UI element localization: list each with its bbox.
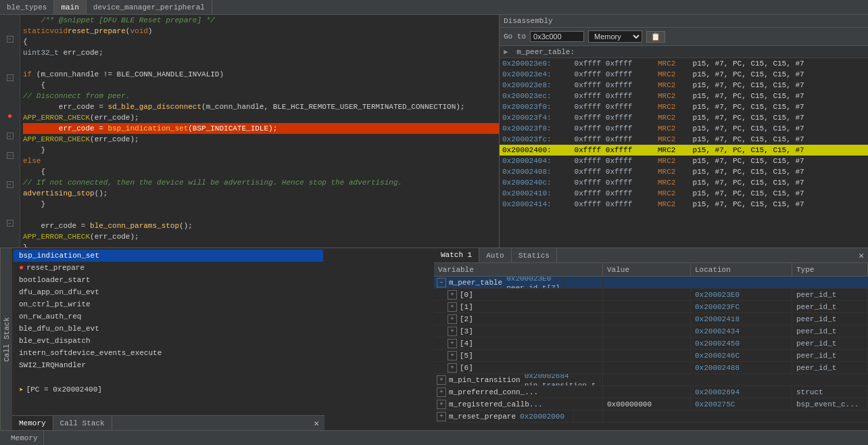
- vars-row[interactable]: −m_peer_table 0x200023E0peer_id_t[7]: [434, 277, 868, 289]
- gutter-fold[interactable]: −: [0, 218, 20, 228]
- expand-btn[interactable]: +: [448, 290, 457, 300]
- disasm-row[interactable]: 0x20002408: 0xffff 0xffff MRC2 p15, #7, …: [500, 166, 868, 177]
- vars-row[interactable]: +[6]0x20002488peer_id_t: [434, 362, 868, 374]
- callstack-item[interactable]: bootloader_start: [14, 274, 323, 286]
- var-name: +[1]: [434, 301, 603, 312]
- gutter-fold[interactable]: −: [0, 131, 20, 141]
- callstack-item[interactable]: bsp_indication_set: [14, 250, 323, 262]
- disasm-inst: MRC2: [658, 135, 688, 143]
- disassembly-toolbar: Go to Memory 📋: [500, 28, 868, 46]
- tab-callstack[interactable]: Call Stack: [53, 416, 112, 430]
- expand-btn[interactable]: +: [437, 412, 446, 421]
- tab-main[interactable]: main: [54, 0, 86, 14]
- disasm-bytes: 0xffff 0xffff: [570, 168, 658, 176]
- callstack-item[interactable]: intern_softdevice_events_execute: [14, 347, 323, 359]
- callstack-item[interactable]: ble_dfu_on_ble_evt: [14, 323, 323, 335]
- tab-watch1[interactable]: Watch 1: [434, 248, 479, 262]
- expand-btn[interactable]: +: [448, 351, 457, 360]
- callstack-item[interactable]: on_ctrl_pt_write: [14, 298, 323, 310]
- vars-row[interactable]: +[1]0x200023FCpeer_id_t: [434, 301, 868, 313]
- disasm-bytes: 0xffff 0xffff: [570, 157, 658, 165]
- close-bottom-left[interactable]: ✕: [308, 416, 324, 430]
- gutter-fold[interactable]: −: [0, 73, 20, 83]
- var-location: 0x20002684: [521, 374, 601, 381]
- tab-memory[interactable]: Memory: [12, 416, 53, 430]
- tab-statics[interactable]: Statics: [512, 248, 557, 262]
- callstack-label: bootloader_start: [19, 276, 91, 284]
- disasm-row[interactable]: 0x20002410: 0xffff 0xffff MRC2 p15, #7, …: [500, 188, 868, 199]
- var-type: struct: [792, 386, 868, 398]
- var-type: pin_transition_t: [521, 381, 601, 386]
- callstack-item[interactable]: [14, 371, 323, 383]
- code-line: err_code = sd_ble_gap_disconnect(m_conn_…: [23, 101, 499, 112]
- expand-btn[interactable]: +: [448, 363, 457, 373]
- close-vars[interactable]: ✕: [854, 249, 868, 262]
- expand-btn[interactable]: +: [437, 400, 446, 409]
- disasm-row[interactable]: 0x200023e4: 0xffff 0xffff MRC2 p15, #7, …: [500, 69, 868, 80]
- gutter-fold[interactable]: −: [0, 151, 20, 160]
- goto-input[interactable]: [530, 31, 584, 42]
- tab-device-manager[interactable]: device_manager_peripheral: [87, 0, 212, 14]
- disasm-ops: p15, #7, PC, C15, C15, #7: [688, 60, 865, 68]
- expand-btn[interactable]: +: [448, 302, 457, 312]
- vars-row[interactable]: +[4]0x20002450peer_id_t: [434, 337, 868, 350]
- expand-btn[interactable]: +: [448, 339, 457, 348]
- disasm-row[interactable]: 0x2000240c: 0xffff 0xffff MRC2 p15, #7, …: [500, 177, 868, 188]
- gutter-fold[interactable]: −: [0, 180, 20, 189]
- disasm-row[interactable]: 0x200023ec: 0xffff 0xffff MRC2 p15, #7, …: [500, 91, 868, 101]
- disasm-addr: 0x20002408:: [502, 168, 570, 176]
- goto-button[interactable]: 📋: [646, 31, 665, 43]
- expand-btn[interactable]: +: [448, 327, 457, 336]
- tab-ble-types[interactable]: ble_types: [0, 0, 54, 14]
- var-name: +m_preferred_conn_...: [434, 386, 603, 398]
- vars-row[interactable]: +m_reset_prepare reset_pr...0x20002000vo…: [434, 411, 868, 423]
- disasm-row[interactable]: 0x200023e8: 0xffff 0xffff MRC2 p15, #7, …: [500, 80, 868, 91]
- disasm-row[interactable]: 0x20002400: 0xffff 0xffff MRC2 p15, #7, …: [500, 145, 868, 156]
- disasm-addr: 0x20002414:: [502, 200, 570, 208]
- expand-btn[interactable]: +: [437, 388, 446, 397]
- disasm-inst: MRC2: [658, 60, 688, 68]
- variables-content: −m_peer_table 0x200023E0peer_id_t[7]+[0]…: [434, 277, 868, 430]
- expand-btn[interactable]: +: [437, 375, 446, 385]
- vars-row[interactable]: +m_registered_callb...0x000000000x200275…: [434, 398, 868, 411]
- disasm-row[interactable]: 0x20002404: 0xffff 0xffff MRC2 p15, #7, …: [500, 156, 868, 166]
- callstack-item[interactable]: on_rw_auth_req: [14, 310, 323, 323]
- disasm-row[interactable]: 0x200023e0: 0xffff 0xffff MRC2 p15, #7, …: [500, 58, 868, 69]
- var-name: +[0]: [434, 289, 603, 300]
- vars-row[interactable]: +[3]0x20002434peer_id_t: [434, 325, 868, 337]
- code-line: {: [23, 166, 499, 177]
- gutter-fold[interactable]: −: [0, 34, 20, 44]
- callstack-item[interactable]: ●reset_prepare: [14, 262, 323, 274]
- callstack-item[interactable]: SWI2_IRQHandler: [14, 359, 323, 371]
- disasm-bytes: 0xffff 0xffff: [570, 189, 658, 197]
- disasm-row[interactable]: 0x20002414: 0xffff 0xffff MRC2 p15, #7, …: [500, 199, 868, 210]
- vars-row[interactable]: +[5]0x2000246Cpeer_id_t: [434, 350, 868, 362]
- code-line: advertising_stop();: [23, 188, 499, 199]
- callstack-item[interactable]: ➤[PC = 0x20002400]: [14, 383, 323, 396]
- callstack-item[interactable]: ble_evt_dispatch: [14, 335, 323, 347]
- callstack-label: ble_dfu_on_ble_evt: [19, 325, 99, 333]
- vars-row[interactable]: +[2]0x20002418peer_id_t: [434, 313, 868, 325]
- code-line: APP_ERROR_CHECK(err_code);: [23, 231, 499, 242]
- callstack-item[interactable]: dfu_app_on_dfu_evt: [14, 286, 323, 298]
- header-type: Type: [792, 263, 868, 276]
- top-tab-bar: ble_types main device_manager_peripheral: [0, 0, 868, 15]
- vars-row[interactable]: +m_preferred_conn_...0x20002694struct: [434, 386, 868, 398]
- callstack-label: dfu_app_on_dfu_evt: [19, 288, 99, 296]
- code-line-breakpoint: err_code = bsp_indication_set(BSP_INDICA…: [23, 123, 499, 134]
- disasm-row[interactable]: 0x200023f0: 0xffff 0xffff MRC2 p15, #7, …: [500, 101, 868, 112]
- disasm-row[interactable]: 0x200023f4: 0xffff 0xffff MRC2 p15, #7, …: [500, 112, 868, 123]
- expand-btn[interactable]: −: [437, 278, 446, 287]
- gutter-line: [0, 15, 20, 24]
- disasm-row[interactable]: 0x200023fc: 0xffff 0xffff MRC2 p15, #7, …: [500, 134, 868, 145]
- disasm-bytes: 0xffff 0xffff: [570, 124, 658, 133]
- status-memory: Memory: [5, 431, 44, 445]
- gutter-breakpoint[interactable]: [0, 112, 20, 121]
- expand-btn[interactable]: +: [448, 314, 457, 324]
- tab-auto[interactable]: Auto: [479, 248, 511, 262]
- disasm-bytes: 0xffff 0xffff: [570, 92, 658, 100]
- vars-row[interactable]: +m_pin_transition 0x20002684pin_transiti…: [434, 374, 868, 386]
- vars-row[interactable]: +[0]0x200023E0peer_id_t: [434, 289, 868, 301]
- memory-select[interactable]: Memory: [588, 30, 642, 43]
- disasm-row[interactable]: 0x200023f8: 0xffff 0xffff MRC2 p15, #7, …: [500, 123, 868, 134]
